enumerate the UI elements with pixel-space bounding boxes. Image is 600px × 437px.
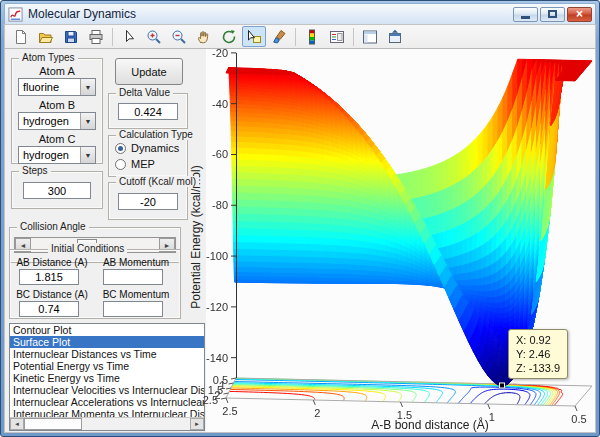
datatip[interactable]: X: 0.92 Y: 2.46 Z: -133.9 [508,329,568,379]
save-figure-icon [63,29,79,45]
bc-momentum-label: BC Momentum [95,289,177,300]
minimize-icon [521,16,530,19]
radio-icon[interactable] [115,143,126,154]
toolbar-separator [353,28,354,46]
list-item[interactable]: Kinetic Energy vs Time [10,372,204,384]
window-title: Molecular Dynamics [28,7,511,21]
delta-value-title: Delta Value [116,87,173,98]
atom-b-dropdown[interactable]: hydrogen [18,112,96,130]
window-icon [8,7,23,22]
dropdown-arrow-icon[interactable] [80,147,95,163]
titlebar[interactable]: Molecular Dynamics [4,3,596,24]
close-button[interactable] [567,7,592,22]
scroll-left-icon[interactable] [10,418,24,430]
dynamics-radio[interactable]: Dynamics [115,142,179,154]
data-cursor-button[interactable] [242,26,266,47]
list-item[interactable]: Contour Plot [10,324,204,336]
zoom-out-icon [171,29,187,45]
mep-radio[interactable]: MEP [115,158,155,170]
listbox-items: Contour PlotSurface PlotInternuclear Dis… [10,324,204,418]
listbox-hscrollbar[interactable] [10,417,204,430]
dropdown-arrow-icon[interactable] [80,113,95,129]
plot-type-listbox[interactable]: Contour PlotSurface PlotInternuclear Dis… [9,323,205,431]
edit-plot-button[interactable] [117,26,141,47]
new-figure-icon [13,29,29,45]
bc-momentum-field[interactable] [103,301,163,317]
steps-title: Steps [19,165,51,176]
update-button[interactable]: Update [115,58,183,85]
open-file-button[interactable] [34,26,58,47]
ab-momentum-label: AB Momentum [95,257,177,268]
toolbar-separator [295,28,296,46]
atom-c-dropdown[interactable]: hydrogen [18,146,96,164]
data-cursor-icon [246,29,262,45]
atom-types-title: Atom Types [19,52,78,63]
scrollbar-thumb[interactable] [24,418,82,430]
open-file-icon [38,29,54,45]
collision-angle-title: Collision Angle [17,221,89,232]
plot-tools-button[interactable] [358,26,382,47]
radio-icon[interactable] [115,159,126,170]
list-item[interactable]: Internuclear Distances vs Time [10,348,204,360]
dynamics-radio-label: Dynamics [131,142,179,154]
delta-value-field[interactable] [118,103,178,120]
plot-tools-icon [362,29,378,45]
maximize-button[interactable] [540,7,565,22]
insert-colorbar-icon [304,29,320,45]
cutoff-field[interactable] [118,193,178,210]
dock-figure-button[interactable] [383,26,407,47]
datatip-z-value: Z: -133.9 [516,361,560,375]
rotate-3d-icon [221,29,237,45]
mep-radio-label: MEP [131,158,155,170]
insert-colorbar-button[interactable] [300,26,324,47]
dock-figure-icon [387,29,403,45]
x-axis-label: A-B bond distance (Å) [325,418,535,432]
list-item[interactable]: Surface Plot [10,336,204,348]
maximize-icon [548,10,557,18]
atom-a-dropdown[interactable]: fluorine [18,78,96,96]
brush-data-icon [271,29,287,45]
print-figure-icon [88,29,104,45]
list-item[interactable]: Internuclear Velocities vs Internuclear … [10,384,204,396]
insert-legend-icon [329,29,345,45]
dropdown-arrow-icon[interactable] [80,79,95,95]
zoom-in-button[interactable] [142,26,166,47]
steps-field[interactable] [23,182,91,199]
print-figure-button[interactable] [84,26,108,47]
edit-plot-icon [121,29,137,45]
initial-conditions-title: Initial Conditions [48,243,127,254]
close-icon [576,9,583,19]
atom-b-value: hydrogen [19,113,80,129]
bc-distance-label: BC Distance (A) [11,289,93,300]
atom-a-label: Atom A [11,65,103,77]
brush-data-button[interactable] [267,26,291,47]
atom-a-value: fluorine [19,79,80,95]
pan-icon [196,29,212,45]
bc-distance-field[interactable] [19,301,79,317]
atom-b-label: Atom B [11,99,103,111]
list-item[interactable]: Internuclear Accelerations vs Internucle… [10,396,204,408]
save-figure-button[interactable] [59,26,83,47]
figure-toolbar [4,24,596,49]
datatip-x-value: X: 0.92 [516,333,560,347]
ab-distance-field[interactable] [19,269,79,285]
toolbar-separator [112,28,113,46]
new-figure-button[interactable] [9,26,33,47]
list-item[interactable]: Potential Energy vs Time [10,360,204,372]
atom-c-label: Atom C [11,133,103,145]
minimize-button[interactable] [513,7,538,22]
ab-momentum-field[interactable] [103,269,163,285]
rotate-3d-button[interactable] [217,26,241,47]
datatip-y-value: Y: 2.46 [516,347,560,361]
atom-c-value: hydrogen [19,147,80,163]
content-area: Potential Energy (kcal/mol) Atom Types A… [4,49,596,433]
insert-legend-button[interactable] [325,26,349,47]
ab-distance-label: AB Distance (A) [11,257,93,268]
app-window: Molecular Dynamics Potential Energy (kca… [0,0,600,437]
zoom-out-button[interactable] [167,26,191,47]
zoom-in-icon [146,29,162,45]
pan-button[interactable] [192,26,216,47]
